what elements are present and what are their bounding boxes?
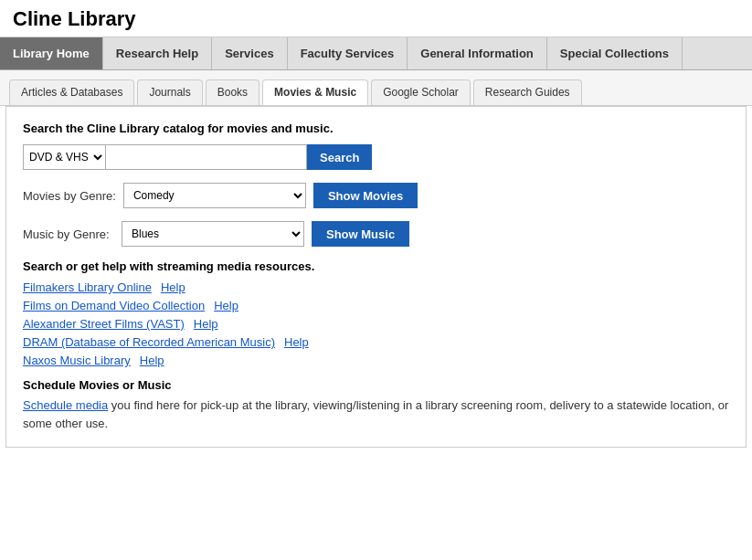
tab-books[interactable]: Books	[206, 79, 259, 105]
naxos-help-link[interactable]: Help	[140, 354, 164, 367]
alexander-street-link[interactable]: Alexander Street Films (VAST)	[23, 317, 185, 331]
show-music-button[interactable]: Show Music	[312, 221, 409, 247]
music-genre-row: Music by Genre: Blues Jazz Classical Roc…	[23, 221, 729, 247]
schedule-body-text: you find here for pick-up at the library…	[23, 398, 728, 430]
dram-help-link[interactable]: Help	[284, 335, 309, 349]
movies-genre-row: Movies by Genre: Comedy Action Drama Hor…	[23, 183, 729, 208]
resource-filmakers: Filmakers Library Online Help	[23, 280, 729, 294]
main-nav: Library Home Research Help Services Facu…	[0, 37, 752, 70]
tab-research-guides[interactable]: Research Guides	[473, 79, 582, 105]
resource-naxos: Naxos Music Library Help	[23, 354, 729, 367]
search-format-select[interactable]: DVD & VHS Blu-ray VHS CD LP	[23, 144, 106, 170]
tab-movies-music[interactable]: Movies & Music	[262, 79, 368, 105]
nav-general-information[interactable]: General Information	[408, 37, 547, 69]
movies-genre-label: Movies by Genre:	[23, 189, 116, 203]
movies-genre-select[interactable]: Comedy Action Drama Horror Romance Docum…	[123, 183, 306, 208]
nav-library-home[interactable]: Library Home	[0, 37, 103, 69]
search-button[interactable]: Search	[307, 144, 372, 170]
resource-films-demand: Films on Demand Video Collection Help	[23, 299, 729, 312]
naxos-link[interactable]: Naxos Music Library	[23, 354, 131, 367]
site-header: Cline Library	[0, 0, 752, 37]
schedule-title: Schedule Movies or Music	[23, 378, 729, 392]
show-movies-button[interactable]: Show Movies	[313, 183, 418, 208]
search-description: Search the Cline Library catalog for mov…	[23, 122, 729, 135]
schedule-media-link[interactable]: Schedule media	[23, 398, 108, 412]
music-genre-select[interactable]: Blues Jazz Classical Rock Pop Country	[122, 221, 304, 247]
nav-special-collections[interactable]: Special Collections	[547, 37, 683, 69]
nav-faculty-services[interactable]: Faculty Services	[288, 37, 408, 69]
search-row: DVD & VHS Blu-ray VHS CD LP Search	[23, 144, 729, 170]
schedule-text: Schedule media you find here for pick-up…	[23, 396, 729, 432]
tab-articles-databases[interactable]: Articles & Databases	[9, 79, 134, 105]
nav-services[interactable]: Services	[212, 37, 288, 69]
streaming-description: Search or get help with streaming media …	[23, 259, 729, 273]
sub-nav: Articles & Databases Journals Books Movi…	[0, 70, 752, 106]
content-area: Search the Cline Library catalog for mov…	[5, 106, 747, 448]
films-demand-link[interactable]: Films on Demand Video Collection	[23, 299, 205, 312]
tab-journals[interactable]: Journals	[137, 79, 202, 105]
site-title: Cline Library	[13, 7, 135, 30]
films-demand-help-link[interactable]: Help	[214, 299, 238, 312]
filmakers-link[interactable]: Filmakers Library Online	[23, 280, 152, 294]
dram-link[interactable]: DRAM (Database of Recorded American Musi…	[23, 335, 275, 349]
music-genre-label: Music by Genre:	[23, 227, 114, 241]
tab-google-scholar[interactable]: Google Scholar	[371, 79, 471, 105]
alexander-street-help-link[interactable]: Help	[194, 317, 218, 331]
resource-alexander-street: Alexander Street Films (VAST) Help	[23, 317, 729, 331]
search-input[interactable]	[106, 144, 307, 170]
nav-research-help[interactable]: Research Help	[103, 37, 212, 69]
filmakers-help-link[interactable]: Help	[161, 280, 185, 294]
resource-dram: DRAM (Database of Recorded American Musi…	[23, 335, 729, 349]
